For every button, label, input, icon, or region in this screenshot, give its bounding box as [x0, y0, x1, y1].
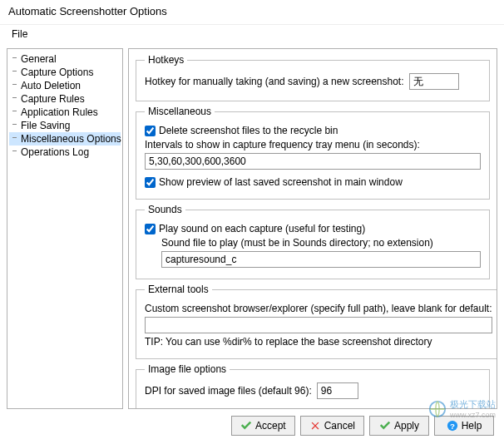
sound-file-input[interactable] — [161, 251, 481, 268]
svg-text:?: ? — [450, 422, 455, 431]
apply-label: Apply — [394, 420, 419, 432]
sidebar-item-capture-rules[interactable]: Capture Rules — [9, 92, 121, 106]
sounds-legend: Sounds — [145, 204, 185, 215]
sounds-group: Sounds Play sound on each capture (usefu… — [136, 204, 490, 279]
external-group: External tools Custom screenshot browser… — [136, 284, 497, 359]
cancel-button[interactable]: Cancel — [300, 416, 364, 436]
accept-label: Accept — [255, 420, 286, 432]
cancel-label: Cancel — [324, 420, 355, 432]
check-icon — [240, 420, 252, 432]
misc-legend: Miscellaneous — [145, 106, 215, 117]
help-label: Help — [462, 420, 482, 432]
sidebar-item-general[interactable]: General — [9, 52, 121, 66]
sidebar-item-capture-options[interactable]: Capture Options — [9, 66, 121, 79]
sidebar-item-application-rules[interactable]: Application Rules — [9, 106, 121, 119]
hotkeys-group: Hotkeys Hotkey for manually taking (and … — [136, 54, 490, 101]
dpi-input[interactable] — [317, 382, 358, 399]
sidebar: General Capture Options Auto Deletion Ca… — [7, 48, 123, 409]
menu-file[interactable]: File — [7, 27, 32, 42]
hotkeys-legend: Hotkeys — [145, 54, 187, 66]
help-button[interactable]: ? Help — [434, 416, 494, 436]
intervals-input[interactable] — [145, 153, 481, 170]
help-icon: ? — [447, 420, 458, 432]
check-icon — [379, 420, 391, 432]
play-sound-label: Play sound on each capture (useful for t… — [159, 223, 365, 234]
sidebar-item-file-saving[interactable]: File Saving — [9, 119, 121, 132]
cross-icon — [309, 420, 321, 432]
footer-buttons: Accept Cancel Apply ? Help — [0, 411, 504, 441]
preview-label: Show preview of last saved screenshot in… — [159, 176, 403, 188]
hotkey-label: Hotkey for manually taking (and saving) … — [145, 76, 404, 87]
menubar: File — [0, 25, 504, 43]
image-legend: Image file options — [145, 363, 230, 375]
sidebar-item-miscellaneous-options[interactable]: Miscellaneous Options — [9, 132, 121, 146]
play-sound-checkbox[interactable] — [145, 224, 156, 234]
content-area: General Capture Options Auto Deletion Ca… — [0, 43, 504, 411]
image-group: Image file options DPI for saved image f… — [136, 363, 490, 409]
sidebar-item-operations-log[interactable]: Operations Log — [9, 146, 121, 159]
external-legend: External tools — [145, 284, 212, 295]
hotkey-input[interactable] — [409, 73, 459, 90]
apply-button[interactable]: Apply — [369, 416, 429, 436]
preview-checkbox[interactable] — [145, 177, 156, 188]
window-title: Automatic Screenshotter Options — [0, 0, 504, 25]
browser-input[interactable] — [145, 317, 492, 333]
dpi-label: DPI for saved image files (default 96): — [145, 385, 312, 397]
external-tip: TIP: You can use %dir% to replace the ba… — [145, 336, 432, 348]
intervals-label: Intervals to show in capture frequency t… — [145, 139, 420, 150]
main-panel: Hotkeys Hotkey for manually taking (and … — [128, 48, 497, 409]
recycle-label: Delete screenshot files to the recycle b… — [159, 125, 338, 136]
misc-group: Miscellaneous Delete screenshot files to… — [136, 106, 490, 200]
accept-button[interactable]: Accept — [231, 416, 295, 436]
sidebar-item-auto-deletion[interactable]: Auto Deletion — [9, 79, 121, 92]
sound-file-label: Sound file to play (must be in Sounds di… — [161, 237, 433, 249]
browser-label: Custom screenshot browser/explorer (spec… — [145, 303, 492, 314]
recycle-checkbox[interactable] — [145, 126, 156, 136]
